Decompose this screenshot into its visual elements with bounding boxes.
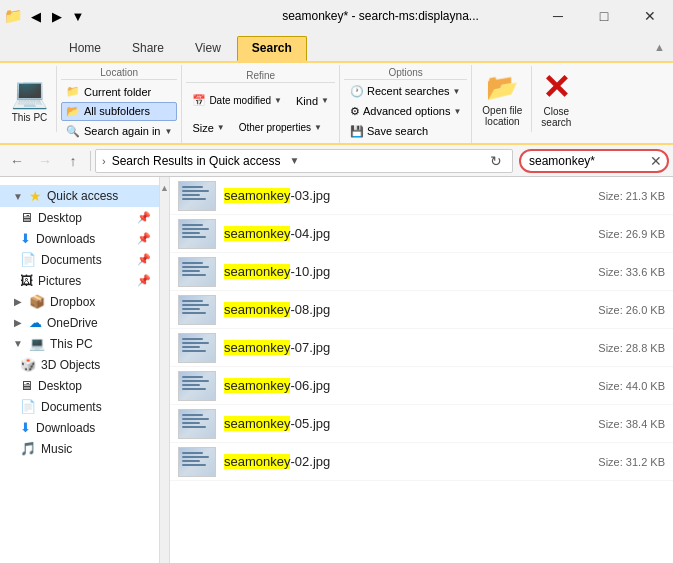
window-controls: ─ □ ✕ (535, 0, 673, 32)
other-props-btn[interactable]: Other properties ▼ (233, 118, 328, 138)
ribbon-tab-bar: Home Share View Search ▲ (0, 32, 673, 63)
file-list-item-7[interactable]: seamonkey-05.jpgSize: 38.4 KB (170, 405, 673, 443)
file-name-3: seamonkey-10.jpg (224, 264, 585, 279)
file-list-item-4[interactable]: seamonkey-08.jpgSize: 26.0 KB (170, 291, 673, 329)
refresh-button[interactable]: ↻ (486, 151, 506, 171)
sidebar-item-documents2[interactable]: 📄 Documents (0, 396, 159, 417)
3d-icon: 🎲 (20, 357, 36, 372)
date-modified-btn[interactable]: 📅 Date modified ▼ (186, 91, 288, 111)
file-size-8: Size: 31.2 KB (585, 456, 665, 468)
desktop-pin: 📌 (137, 211, 151, 224)
file-list-item-8[interactable]: seamonkey-02.jpgSize: 31.2 KB (170, 443, 673, 481)
documents-label: Documents (41, 253, 102, 267)
file-list-item-3[interactable]: seamonkey-10.jpgSize: 33.6 KB (170, 253, 673, 291)
sidebar-item-documents[interactable]: 📄 Documents 📌 (0, 249, 159, 270)
desktop2-icon: 🖥 (20, 378, 33, 393)
sidebar-item-3d-objects[interactable]: 🎲 3D Objects (0, 354, 159, 375)
ribbon-thispc-button[interactable]: 💻 This PC (2, 65, 57, 133)
tab-view[interactable]: View (180, 36, 236, 61)
downloads2-icon: ⬇ (20, 420, 31, 435)
advanced-options-btn[interactable]: ⚙ Advanced options ▼ (344, 101, 467, 121)
file-thumbnail-4 (178, 295, 216, 325)
close-search-icon: ✕ (542, 70, 570, 104)
thispc-icon: 💻 (11, 75, 48, 110)
search-clear-button[interactable]: ✕ (647, 152, 665, 170)
file-list-item-1[interactable]: seamonkey-03.jpgSize: 21.3 KB (170, 177, 673, 215)
desktop-icon: 🖥 (20, 210, 33, 225)
minimize-button[interactable]: ─ (535, 0, 581, 32)
sidebar-item-desktop[interactable]: 🖥 Desktop 📌 (0, 207, 159, 228)
open-loc-label: Open filelocation (482, 105, 522, 127)
tab-share[interactable]: Share (117, 36, 179, 61)
all-subfolders-btn[interactable]: 📂 All subfolders (61, 102, 177, 121)
sidebar-item-dropbox[interactable]: ▶ 📦 Dropbox (0, 291, 159, 312)
back-button[interactable]: ← (4, 148, 30, 174)
sidebar: ▼ ★ Quick access 🖥 Desktop 📌 ⬇ Downloads… (0, 177, 160, 563)
pictures-pin: 📌 (137, 274, 151, 287)
address-bar[interactable]: › Search Results in Quick access ▼ ↻ (95, 149, 513, 173)
forward-button[interactable]: → (32, 148, 58, 174)
3d-label: 3D Objects (41, 358, 100, 372)
ribbon-collapse[interactable]: ▲ (646, 36, 673, 61)
quick-access-label: Quick access (47, 189, 118, 203)
pictures-label: Pictures (38, 274, 81, 288)
recent-searches-btn[interactable]: 🕐 Recent searches ▼ (344, 81, 467, 101)
save-search-btn[interactable]: 💾 Save search (344, 121, 467, 141)
current-folder-btn[interactable]: 📁 Current folder (61, 82, 177, 101)
file-name-highlight-7: seamonkey (224, 416, 290, 431)
desktop2-label: Desktop (38, 379, 82, 393)
file-thumbnail-3 (178, 257, 216, 287)
address-dropdown-btn[interactable]: ▼ (284, 151, 304, 171)
file-list-item-5[interactable]: seamonkey-07.jpgSize: 28.8 KB (170, 329, 673, 367)
dropbox-icon: 📦 (29, 294, 45, 309)
file-size-7: Size: 38.4 KB (585, 418, 665, 430)
sidebar-item-downloads2[interactable]: ⬇ Downloads (0, 417, 159, 438)
search-again-btn[interactable]: 🔍 Search again in ▼ (61, 122, 177, 141)
qat-forward[interactable]: ▶ (47, 6, 67, 26)
sidebar-collapse-handle[interactable]: ▲ (160, 177, 170, 563)
location-group: Location 📁 Current folder 📂 All subfolde… (57, 65, 182, 143)
close-search-btn[interactable]: ✕ Closesearch (532, 65, 580, 133)
folder-icon-small: 📁 (66, 85, 80, 98)
advanced-options-label: Advanced options (363, 105, 450, 117)
up-button[interactable]: ↑ (60, 148, 86, 174)
kind-btn[interactable]: Kind ▼ (290, 91, 335, 111)
sidebar-item-pictures[interactable]: 🖼 Pictures 📌 (0, 270, 159, 291)
recent-icon: 🕐 (350, 85, 364, 98)
close-button[interactable]: ✕ (627, 0, 673, 32)
file-list-item-2[interactable]: seamonkey-04.jpgSize: 26.9 KB (170, 215, 673, 253)
qat-dropdown[interactable]: ▼ (68, 6, 88, 26)
recent-searches-label: Recent searches (367, 85, 450, 97)
file-name-highlight-3: seamonkey (224, 264, 290, 279)
size-btn[interactable]: Size ▼ (186, 118, 230, 138)
sidebar-item-this-pc[interactable]: ▼ 💻 This PC (0, 333, 159, 354)
search-again-chevron: ▼ (164, 127, 172, 136)
qat-back[interactable]: ◀ (26, 6, 46, 26)
file-area: ▲ seamonkey-03.jpgSize: 21.3 KB seamonke… (160, 177, 673, 563)
documents-pin: 📌 (137, 253, 151, 266)
onedrive-icon: ☁ (29, 315, 42, 330)
location-group-title: Location (61, 67, 177, 80)
sidebar-item-quick-access[interactable]: ▼ ★ Quick access (0, 185, 159, 207)
sidebar-item-downloads[interactable]: ⬇ Downloads 📌 (0, 228, 159, 249)
tab-home[interactable]: Home (54, 36, 116, 61)
maximize-button[interactable]: □ (581, 0, 627, 32)
sidebar-item-music[interactable]: 🎵 Music (0, 438, 159, 459)
file-list-item-6[interactable]: seamonkey-06.jpgSize: 44.0 KB (170, 367, 673, 405)
file-name-2: seamonkey-04.jpg (224, 226, 585, 241)
file-name-highlight-8: seamonkey (224, 454, 290, 469)
allsub-icon: 📂 (66, 105, 80, 118)
documents-icon: 📄 (20, 252, 36, 267)
sidebar-item-onedrive[interactable]: ▶ ☁ OneDrive (0, 312, 159, 333)
save-search-label: Save search (367, 125, 428, 137)
file-thumbnail-1 (178, 181, 216, 211)
file-size-1: Size: 21.3 KB (585, 190, 665, 202)
music-label: Music (41, 442, 72, 456)
tab-search[interactable]: Search (237, 36, 307, 61)
file-thumbnail-6 (178, 371, 216, 401)
file-info-4: seamonkey-08.jpg (224, 302, 585, 317)
file-info-2: seamonkey-04.jpg (224, 226, 585, 241)
sidebar-item-desktop2[interactable]: 🖥 Desktop (0, 375, 159, 396)
file-info-5: seamonkey-07.jpg (224, 340, 585, 355)
open-file-location-btn[interactable]: 📂 Open filelocation (472, 65, 532, 133)
